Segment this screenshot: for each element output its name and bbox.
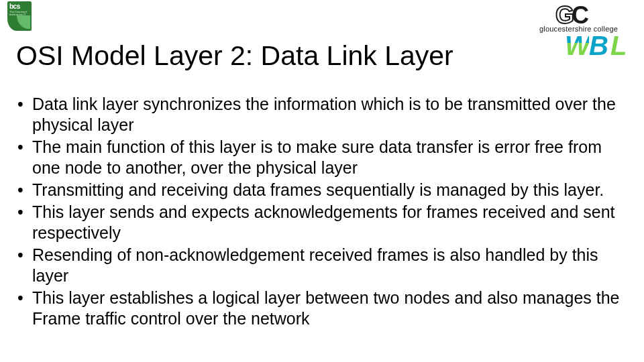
bullet-item: This layer establishes a logical layer b… — [16, 288, 630, 329]
wbl-l-icon: L — [610, 31, 627, 61]
bullet-item: Data link layer synchronizes the informa… — [16, 94, 630, 135]
bullet-item: Resending of non-acknowledgement receive… — [16, 245, 630, 286]
bcs-logo-subtext: The Chartered Institute for IT — [9, 11, 32, 16]
slide-title: OSI Model Layer 2: Data Link Layer — [16, 40, 453, 72]
slide-body: Data link layer synchronizes the informa… — [16, 94, 630, 330]
wbl-b-icon: B — [589, 31, 608, 61]
bcs-logo-text: bcs — [9, 3, 20, 10]
bullet-item: The main function of this layer is to ma… — [16, 137, 630, 178]
bcs-logo: bcs The Chartered Institute for IT — [7, 1, 32, 31]
wbl-logo: W B L — [566, 35, 635, 63]
gc-logo: GC gloucestershire college — [535, 3, 635, 32]
bullet-item: Transmitting and receiving data frames s… — [16, 180, 630, 200]
wbl-w-icon: W — [565, 31, 589, 61]
bullet-list: Data link layer synchronizes the informa… — [16, 94, 630, 329]
bullet-item: This layer sends and expects acknowledge… — [16, 202, 630, 243]
slide: bcs The Chartered Institute for IT GC gl… — [0, 0, 644, 362]
